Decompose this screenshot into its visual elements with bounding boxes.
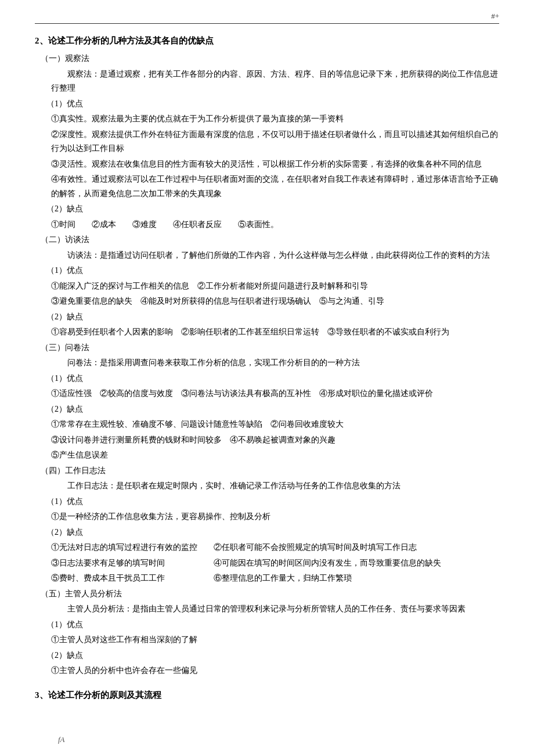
method-san-sub1-label: （2）缺点 <box>46 402 499 417</box>
section2-title: 2、论述工作分析的几种方法及其各自的优缺点 <box>35 33 499 48</box>
method-si-name: （四）工作日志法 <box>41 464 499 478</box>
page: #+ 2、论述工作分析的几种方法及其各自的优缺点 （一）观察法 观察法：是通过观… <box>0 0 534 756</box>
top-bar-label: #+ <box>491 12 499 21</box>
method-yi-sub1-item0: ①时间 ②成本 ③难度 ④任职者反应 ⑤表面性。 <box>51 218 499 232</box>
method-si-sub1-item2: ⑤费时、费成本且干扰员工工作 ⑥整理信息的工作量大，归纳工作繁琐 <box>51 571 499 586</box>
method-er-sub1-item0: ①容易受到任职者个人因素的影响 ②影响任职者的工作甚至组织日常运转 ③导致任职者… <box>51 325 499 340</box>
method-san-sub1-item2: ⑤产生信息误差 <box>51 448 499 463</box>
section3-title: 3、论述工作分析的原则及其流程 <box>35 687 499 703</box>
method-san-sub1-item0: ①常常存在主观性较、准确度不够、问题设计随意性等缺陷 ②问卷回收难度较大 <box>51 417 499 432</box>
method-wu-sub0-label: （1）优点 <box>46 618 499 632</box>
method-yi-sub0-item3: ④有效性。通过观察法可以在工作过程中与任职者面对面的交流，在任职者对自我工作表述… <box>51 172 499 201</box>
method-wu-def: 主管人员分析法：是指由主管人员通过日常的管理权利来记录与分析所管辖人员的工作任务… <box>51 602 499 617</box>
method-san-name: （三）问卷法 <box>41 341 499 355</box>
method-yi-name: （一）观察法 <box>41 52 499 66</box>
method-er-sub0-label: （1）优点 <box>46 264 499 278</box>
method-si-sub0-label: （1）优点 <box>46 495 499 509</box>
method-er-sub0-item0: ①能深入广泛的探讨与工作相关的信息 ②工作分析者能对所提问题进行及时解释和引导 <box>51 279 499 294</box>
method-si-sub0-item0: ①是一种经济的工作信息收集方法，更容易操作、控制及分析 <box>51 510 499 524</box>
method-si-def: 工作日志法：是任职者在规定时限内，实时、准确记录工作活动与任务的工作信息收集的方… <box>51 479 499 494</box>
method-yi-sub0-item2: ③灵活性。观察法在收集信息目的性方面有较大的灵活性，可以根据工作分析的实际需要，… <box>51 157 499 172</box>
method-san-sub1-item1: ③设计问卷并进行测量所耗费的钱财和时间较多 ④不易唤起被调查对象的兴趣 <box>51 433 499 448</box>
method-san-sub0-item0: ①适应性强 ②较高的信度与效度 ③问卷法与访谈法具有极高的互补性 ④形成对职位的… <box>51 387 499 401</box>
method-wu-sub0-item0: ①主管人员对这些工作有相当深刻的了解 <box>51 633 499 647</box>
method-wu-sub1-label: （2）缺点 <box>46 649 499 663</box>
method-er-def: 访谈法：是指通过访问任职者，了解他们所做的工作内容，为什么这样做与怎么样做，由此… <box>51 249 499 263</box>
method-si-sub1-item1: ③日志法要求有足够的填写时间 ④可能因在填写的时间区间内没有发生，而导致重要信息… <box>51 556 499 571</box>
method-er-sub1-label: （2）缺点 <box>46 310 499 325</box>
method-yi-def: 观察法：是通过观察，把有关工作各部分的内容、原因、方法、程序、目的等信息记录下来… <box>51 67 499 96</box>
method-er-sub0-item1: ③避免重要信息的缺失 ④能及时对所获得的信息与任职者进行现场确认 ⑤与之沟通、引… <box>51 294 499 309</box>
method-er-name: （二）访谈法 <box>41 233 499 247</box>
bottom-label: fA <box>58 735 65 744</box>
method-wu-name: （五）主管人员分析法 <box>41 587 499 602</box>
method-yi-sub0-item0: ①真实性。观察法最为主要的优点就在于为工作分析提供了最为直接的第一手资料 <box>51 112 499 127</box>
main-content: 2、论述工作分析的几种方法及其各自的优缺点 （一）观察法 观察法：是通过观察，把… <box>35 33 499 703</box>
method-yi-sub1-label: （2）缺点 <box>46 202 499 217</box>
method-yi-sub0-item1: ②深度性。观察法提供工作外在特征方面最有深度的信息，不仅可以用于描述任职者做什么… <box>51 128 499 156</box>
method-san-def: 问卷法：是指采用调查问卷来获取工作分析的信息，实现工作分析目的的一种方法 <box>51 356 499 370</box>
method-yi-sub0-label: （1）优点 <box>46 97 499 111</box>
top-bar: #+ <box>35 12 499 24</box>
method-si-sub1-label: （2）缺点 <box>46 525 499 540</box>
method-si-sub1-item0: ①无法对日志的填写过程进行有效的监控 ②任职者可能不会按照规定的填写时间及时填写… <box>51 541 499 555</box>
method-wu-sub1-item0: ①主管人员的分析中也许会存在一些偏见 <box>51 664 499 678</box>
method-san-sub0-label: （1）优点 <box>46 372 499 386</box>
